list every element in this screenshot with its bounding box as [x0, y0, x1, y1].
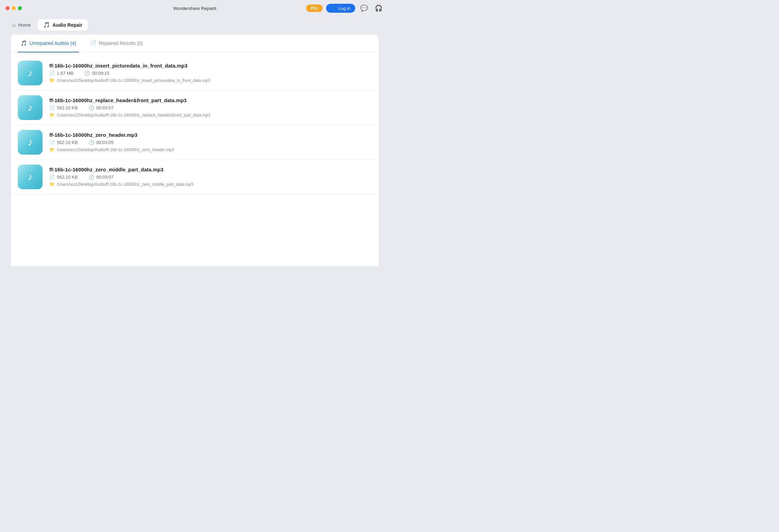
nav-home-label: Home: [18, 22, 31, 28]
music-note-icon: ♪: [28, 67, 33, 79]
file-name: ff-16b-1c-16000hz_zero_header.mp3: [49, 132, 372, 138]
file-meta: 📄 562.10 KB 🕐 00:03:05: [49, 140, 372, 145]
music-note-icon: ♪: [28, 102, 33, 113]
tabs-bar: 🎵 Unrepaired Audios (4) 📄 Repaired Resul…: [11, 35, 379, 52]
maximize-button[interactable]: [18, 6, 22, 10]
file-size: 📄 1.67 MB: [49, 71, 73, 76]
file-thumbnail: ♪: [18, 130, 43, 155]
file-size-icon: 📄: [49, 174, 55, 180]
file-size: 📄 562.10 KB: [49, 140, 78, 145]
chat-icon-button[interactable]: 💬: [359, 3, 370, 14]
file-path: 📁 /Users/ws1/Desktop/Audio/ff-16b-1c-160…: [49, 112, 372, 118]
file-thumbnail: ♪: [18, 165, 43, 189]
file-item: ♪ ff-16b-1c-16000hz_zero_header.mp3 📄 56…: [11, 125, 379, 160]
unrepaired-tab-label: Unrepaired Audios (4): [29, 40, 76, 46]
clock-icon: 🕐: [89, 105, 94, 110]
file-size: 📄 562.10 KB: [49, 174, 78, 180]
unrepaired-tab-icon: 🎵: [21, 40, 27, 46]
file-duration: 🕐 00:03:07: [89, 174, 114, 180]
home-icon: ⌂: [12, 22, 16, 28]
file-meta: 📄 1.67 MB 🕐 00:09:15: [49, 71, 372, 76]
app-title: Wondershare Repairit: [173, 6, 216, 11]
folder-icon: 📁: [49, 112, 55, 118]
file-path: 📁 /Users/ws1/Desktop/Audio/ff-16b-1c-160…: [49, 147, 372, 152]
user-icon: 👤: [331, 5, 337, 11]
headphone-icon: 🎧: [375, 4, 382, 12]
music-note-icon: ♪: [28, 136, 33, 148]
traffic-lights: [5, 6, 22, 10]
folder-icon: 📁: [49, 147, 55, 152]
headphone-icon-button[interactable]: 🎧: [373, 3, 384, 14]
file-item: ♪ ff-16b-1c-16000hz_zero_middle_part_dat…: [11, 160, 379, 194]
file-list: ♪ ff-16b-1c-16000hz_insert_picturedata_i…: [11, 52, 379, 266]
file-info: ff-16b-1c-16000hz_insert_picturedata_in_…: [49, 63, 372, 83]
login-button[interactable]: 👤 Log in: [326, 4, 355, 13]
file-thumbnail: ♪: [18, 95, 43, 120]
file-info: ff-16b-1c-16000hz_zero_header.mp3 📄 562.…: [49, 132, 372, 152]
file-thumbnail: ♪: [18, 61, 43, 85]
file-size-icon: 📄: [49, 71, 55, 76]
folder-icon: 📁: [49, 78, 55, 83]
nav-home[interactable]: ⌂ Home: [7, 20, 36, 31]
title-bar: Wondershare Repairit Pro 👤 Log in 💬 🎧: [0, 0, 389, 16]
chat-icon: 💬: [360, 4, 368, 12]
content-wrapper: 🎵 Unrepaired Audios (4) 📄 Repaired Resul…: [5, 33, 384, 266]
file-size: 📄 562.10 KB: [49, 105, 78, 110]
file-name: ff-16b-1c-16000hz_insert_picturedata_in_…: [49, 63, 372, 69]
file-name: ff-16b-1c-16000hz_zero_middle_part_data.…: [49, 167, 372, 172]
nav-audio-repair[interactable]: 🎵 Audio Repair: [38, 19, 88, 31]
file-duration: 🕐 00:09:15: [84, 71, 109, 76]
file-size-icon: 📄: [49, 105, 55, 110]
title-bar-right: Pro 👤 Log in 💬 🎧: [306, 3, 384, 14]
file-name: ff-16b-1c-16000hz_replace_header&front_p…: [49, 97, 372, 103]
file-item: ♪ ff-16b-1c-16000hz_replace_header&front…: [11, 90, 379, 125]
title-bar-left: [5, 6, 22, 10]
clock-icon: 🕐: [89, 174, 94, 180]
clock-icon: 🕐: [84, 71, 90, 76]
minimize-button[interactable]: [12, 6, 16, 10]
file-item: ♪ ff-16b-1c-16000hz_insert_picturedata_i…: [11, 56, 379, 90]
audio-repair-icon: 🎵: [43, 22, 50, 28]
file-meta: 📄 562.10 KB 🕐 00:03:07: [49, 105, 372, 110]
music-note-icon: ♪: [28, 171, 33, 183]
nav-bar: ⌂ Home 🎵 Audio Repair: [0, 16, 389, 33]
file-size-icon: 📄: [49, 140, 55, 145]
clock-icon: 🕐: [89, 140, 94, 145]
file-info: ff-16b-1c-16000hz_replace_header&front_p…: [49, 97, 372, 118]
file-duration: 🕐 00:03:05: [89, 140, 114, 145]
repaired-tab-icon: 📄: [90, 40, 96, 46]
folder-icon: 📁: [49, 182, 55, 187]
tab-unrepaired[interactable]: 🎵 Unrepaired Audios (4): [18, 35, 79, 52]
main-content: 🎵 Unrepaired Audios (4) 📄 Repaired Resul…: [11, 35, 379, 266]
file-duration: 🕐 00:03:07: [89, 105, 114, 110]
repaired-tab-label: Repaired Results (0): [99, 40, 143, 46]
tab-repaired[interactable]: 📄 Repaired Results (0): [87, 35, 145, 52]
nav-audio-repair-label: Audio Repair: [52, 22, 82, 28]
close-button[interactable]: [5, 6, 10, 10]
file-info: ff-16b-1c-16000hz_zero_middle_part_data.…: [49, 167, 372, 187]
file-path: 📁 /Users/ws1/Desktop/Audio/ff-16b-1c-160…: [49, 182, 372, 187]
pro-badge[interactable]: Pro: [306, 4, 323, 12]
file-meta: 📄 562.10 KB 🕐 00:03:07: [49, 174, 372, 180]
file-path: 📁 /Users/ws1/Desktop/Audio/ff-16b-1c-160…: [49, 78, 372, 83]
